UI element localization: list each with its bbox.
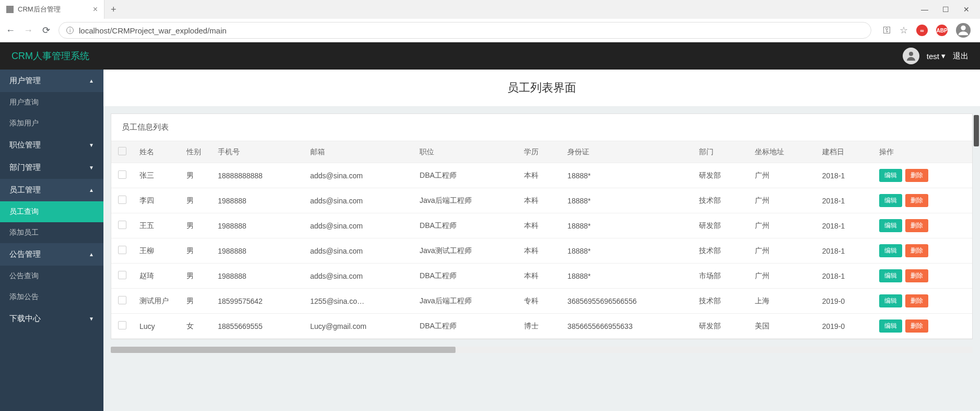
cell-dept: 技术部 [693, 289, 748, 314]
extension-icon-1[interactable]: ∞ [916, 25, 928, 36]
adblock-icon[interactable]: ABP [936, 25, 948, 36]
maximize-icon[interactable]: ☐ [941, 5, 950, 14]
sidebar-item-添加公告[interactable]: 添加公告 [0, 287, 103, 307]
reload-icon[interactable]: ⟳ [41, 25, 51, 36]
cell-gender: 男 [180, 289, 212, 314]
edit-button[interactable]: 编辑 [879, 219, 902, 232]
column-header: 手机号 [212, 141, 304, 163]
cell-edu: 本科 [518, 163, 562, 188]
cell-email: 1255@sina.co… [304, 289, 414, 314]
logout-link[interactable]: 退出 [953, 51, 969, 61]
edit-button[interactable]: 编辑 [879, 294, 902, 307]
column-header: 邮箱 [304, 141, 414, 163]
cell-edu: 博士 [518, 314, 562, 339]
column-header: 坐标地址 [749, 141, 816, 163]
row-checkbox[interactable] [118, 170, 126, 179]
cell-dept: 技术部 [693, 188, 748, 213]
sidebar: 用户管理▲用户查询添加用户职位管理▼部门管理▼员工管理▲员工查询添加员工公告管理… [0, 70, 103, 411]
delete-button[interactable]: 删除 [905, 244, 928, 257]
chevron-up-icon: ▲ [89, 78, 94, 84]
app-header: CRM人事管理系统 test ▾ 退出 [0, 42, 980, 70]
edit-button[interactable]: 编辑 [879, 244, 902, 257]
horizontal-scroll-thumb[interactable] [111, 347, 456, 353]
cell-email: adds@sina.com [304, 163, 414, 188]
row-checkbox[interactable] [118, 296, 126, 304]
delete-button[interactable]: 删除 [905, 319, 928, 333]
cell-date: 2019-0 [816, 289, 873, 314]
delete-button[interactable]: 删除 [905, 194, 928, 207]
cell-name: 王柳 [133, 238, 180, 264]
close-window-icon[interactable]: ✕ [962, 5, 971, 14]
cell-gender: 男 [180, 264, 212, 289]
table-panel: 员工信息列表 姓名性别手机号邮箱职位学历身份证部门坐标地址建档日操作 张三男18… [111, 113, 973, 339]
select-all-checkbox[interactable] [118, 147, 126, 155]
cell-name: 赵琦 [133, 264, 180, 289]
table-row: 张三男18888888888adds@sina.comDBA工程师本科18888… [111, 163, 972, 188]
sidebar-item-添加员工[interactable]: 添加员工 [0, 222, 103, 243]
delete-button[interactable]: 删除 [905, 169, 928, 182]
cell-edu: 本科 [518, 213, 562, 238]
close-tab-icon[interactable]: × [93, 5, 98, 14]
cell-idcard: 18888* [561, 188, 693, 213]
column-header: 学历 [518, 141, 562, 163]
sidebar-group-label: 职位管理 [9, 140, 41, 150]
row-checkbox[interactable] [118, 221, 126, 229]
cell-phone: 18888888888 [212, 163, 304, 188]
cell-gender: 男 [180, 213, 212, 238]
new-tab-button[interactable]: + [104, 4, 123, 15]
edit-button[interactable]: 编辑 [879, 169, 902, 182]
profile-icon[interactable] [956, 23, 971, 38]
browser-tab[interactable]: CRM后台管理 × [0, 0, 104, 19]
sidebar-item-公告查询[interactable]: 公告查询 [0, 266, 103, 287]
sidebar-group-label: 用户管理 [9, 76, 41, 86]
cell-email: adds@sina.com [304, 188, 414, 213]
select-all-header [111, 141, 133, 163]
row-checkbox[interactable] [118, 196, 126, 204]
row-checkbox[interactable] [118, 271, 126, 279]
header-right: test ▾ 退出 [903, 48, 969, 64]
table-row: 王五男1988888adds@sina.comDBA工程师本科18888*研发部… [111, 213, 972, 238]
sidebar-group-员工管理[interactable]: 员工管理▲ [0, 179, 103, 201]
user-dropdown[interactable]: test ▾ [927, 51, 946, 61]
edit-button[interactable]: 编辑 [879, 194, 902, 207]
sidebar-group-部门管理[interactable]: 部门管理▼ [0, 156, 103, 179]
back-icon[interactable]: ← [5, 25, 16, 36]
password-key-icon[interactable]: ⚿ [883, 26, 891, 35]
bookmark-star-icon[interactable]: ☆ [900, 25, 908, 36]
cell-addr: 广州 [749, 213, 816, 238]
sidebar-group-职位管理[interactable]: 职位管理▼ [0, 134, 103, 156]
cell-idcard: 18888* [561, 213, 693, 238]
sidebar-item-用户查询[interactable]: 用户查询 [0, 92, 103, 113]
app-body: 用户管理▲用户查询添加用户职位管理▼部门管理▼员工管理▲员工查询添加员工公告管理… [0, 70, 980, 411]
vertical-scroll-thumb[interactable] [974, 115, 979, 146]
edit-button[interactable]: 编辑 [879, 319, 902, 333]
url-field[interactable]: i localhost/CRMProject_war_exploded/main [59, 22, 871, 39]
delete-button[interactable]: 删除 [905, 294, 928, 307]
delete-button[interactable]: 删除 [905, 269, 928, 282]
sidebar-item-员工查询[interactable]: 员工查询 [0, 201, 103, 222]
sidebar-item-添加用户[interactable]: 添加用户 [0, 113, 103, 134]
cell-actions: 编辑删除 [873, 163, 972, 188]
delete-button[interactable]: 删除 [905, 219, 928, 232]
cell-email: adds@sina.com [304, 213, 414, 238]
minimize-icon[interactable]: — [920, 5, 929, 14]
column-header: 建档日 [816, 141, 873, 163]
sidebar-group-用户管理[interactable]: 用户管理▲ [0, 70, 103, 92]
window-controls: — ☐ ✕ [920, 5, 980, 14]
svg-point-0 [961, 26, 965, 30]
sidebar-group-公告管理[interactable]: 公告管理▲ [0, 243, 103, 266]
cell-position: Java测试工程师 [413, 238, 517, 264]
cell-addr: 广州 [749, 238, 816, 264]
forward-icon: → [23, 25, 33, 36]
avatar[interactable] [903, 48, 919, 64]
table-row: 赵琦男1988888adds@sina.comDBA工程师本科18888*市场部… [111, 264, 972, 289]
site-info-icon[interactable]: i [66, 27, 74, 34]
cell-email: adds@sina.com [304, 264, 414, 289]
cell-position: Java后端工程师 [413, 188, 517, 213]
row-checkbox[interactable] [118, 321, 126, 329]
row-checkbox[interactable] [118, 246, 126, 254]
horizontal-scrollbar[interactable] [111, 347, 973, 353]
app-brand[interactable]: CRM人事管理系统 [11, 50, 89, 62]
edit-button[interactable]: 编辑 [879, 269, 902, 282]
sidebar-group-下载中心[interactable]: 下载中心▼ [0, 307, 103, 330]
